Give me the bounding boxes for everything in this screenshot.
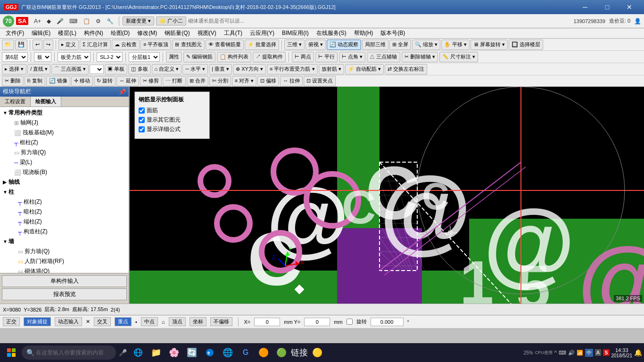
- taskbar-icon-yellow[interactable]: 🟡: [309, 344, 326, 361]
- rotate-input[interactable]: [371, 318, 404, 326]
- tree-group-column[interactable]: ▼ 柱: [1, 187, 128, 197]
- parallel-rebar-button[interactable]: ≡ 平行布置受力筋 ▾: [267, 64, 318, 74]
- menu-edit[interactable]: 编辑(E): [28, 28, 54, 38]
- sound-icon[interactable]: 🔊: [568, 350, 575, 356]
- taskbar-icon-folder[interactable]: 📁: [148, 344, 165, 361]
- sa-icon-mic[interactable]: 🎤: [55, 17, 66, 25]
- menu-modify[interactable]: 修改(M): [133, 28, 161, 38]
- maximize-button[interactable]: □: [596, 0, 618, 14]
- split-button[interactable]: ✄ 分割: [209, 76, 231, 86]
- top-view-button[interactable]: 俯视 ▾: [305, 40, 326, 50]
- midpoint-button[interactable]: 中点: [141, 317, 158, 326]
- cross-button[interactable]: 交叉: [94, 317, 111, 326]
- face-rebar-checkbox[interactable]: [139, 107, 145, 114]
- rebar-check-show-formula[interactable]: 显示详细公式: [139, 125, 206, 133]
- sub-layer-select[interactable]: 分层板1: [129, 52, 160, 62]
- move-button[interactable]: ✛ 移动: [71, 76, 93, 86]
- edit-rebar-button[interactable]: ✎ 编辑钢筋: [183, 52, 215, 62]
- menu-floor[interactable]: 楼层(L): [54, 28, 80, 38]
- open-file-button[interactable]: 📁: [2, 40, 14, 50]
- save-button[interactable]: 💾: [15, 40, 27, 50]
- select-button[interactable]: ▸ 选择 ▾: [2, 64, 26, 74]
- user-icon[interactable]: 👤: [634, 18, 641, 25]
- taskbar-mic-icon[interactable]: 🎤: [117, 347, 129, 358]
- x-coord-input[interactable]: [254, 318, 280, 326]
- menu-cloud[interactable]: 云应用(Y): [246, 28, 278, 38]
- 3d-button[interactable]: 三维 ▾: [284, 40, 305, 50]
- vertex-button[interactable]: 顶点: [169, 317, 186, 326]
- guangfu-button[interactable]: 🌟 广小二: [156, 16, 186, 25]
- dynamic-view-button[interactable]: 🔄 动态观察: [327, 40, 361, 50]
- set-grip-button[interactable]: ⊡ 设置夹点: [304, 76, 336, 86]
- copy-button[interactable]: ⎘ 复制: [25, 76, 45, 86]
- stretch-button[interactable]: ↔ 拉伸: [280, 76, 303, 86]
- tab-project-settings[interactable]: 工程设置: [0, 97, 31, 107]
- component-list-button[interactable]: 📋 构件列表: [217, 52, 251, 62]
- tree-group-axis[interactable]: ▶ 轴线: [1, 177, 128, 187]
- batch-select-button[interactable]: ⚡ 批量选择: [245, 40, 279, 50]
- align-top-button[interactable]: ≡ 平齐板顶: [140, 40, 171, 50]
- taskbar-icon-ie[interactable]: [130, 344, 147, 361]
- notification-icon[interactable]: 🔔: [634, 349, 642, 356]
- auto-rebar-button[interactable]: ⚡ 自动配筋 ▾: [345, 64, 384, 74]
- sa-icon-keyboard[interactable]: ⌨: [67, 17, 79, 25]
- extend-button[interactable]: ↔ 延伸: [116, 76, 139, 86]
- coord-button[interactable]: 坐标: [190, 317, 206, 326]
- minimize-button[interactable]: ─: [574, 0, 596, 14]
- find-element-button[interactable]: ⊞ 查找图元: [172, 40, 204, 50]
- xy-direction-button[interactable]: ⊕ XY方向 ▾: [233, 64, 266, 74]
- tree-item-axis[interactable]: ⊞ 轴网(J): [1, 118, 128, 128]
- three-point-button[interactable]: △ 三点辅轴: [367, 52, 400, 62]
- taskbar-icon-edge[interactable]: e: [201, 344, 218, 361]
- menu-version[interactable]: 版本号(B): [377, 28, 409, 38]
- zoom-button[interactable]: 🔍 缩放 ▾: [412, 40, 440, 50]
- dynamic-input-button[interactable]: 动态输入: [55, 317, 82, 326]
- taskbar-icon-g[interactable]: G: [237, 344, 254, 361]
- tree-item-shear-wall[interactable]: ▭ 剪力墙(Q): [1, 148, 128, 157]
- arc-button[interactable]: ⌒ 三点画弧 ▾: [51, 64, 89, 74]
- offset-button[interactable]: ⊡ 偏移: [257, 76, 279, 86]
- menu-bim[interactable]: BIM应用(I): [278, 28, 313, 38]
- tab-draw-input[interactable]: 绘图输入: [31, 97, 61, 107]
- menu-help[interactable]: 帮助(H): [350, 28, 377, 38]
- start-button[interactable]: [2, 343, 21, 362]
- no-offset-button[interactable]: 不偏移: [210, 317, 232, 326]
- menu-online[interactable]: 在线服务(S): [313, 28, 350, 38]
- rebar-check-show-other[interactable]: 显示其它图元: [139, 116, 206, 124]
- single-component-button[interactable]: 单构件输入: [2, 275, 127, 287]
- component-type-select[interactable]: 板: [34, 52, 51, 62]
- two-point-button[interactable]: ⊢ 两点: [292, 52, 314, 62]
- taskbar-search-input[interactable]: [22, 346, 116, 360]
- dimension-button[interactable]: 📏 尺寸标注 ▾: [439, 52, 478, 62]
- align-button[interactable]: ≡ 对齐 ▾: [232, 76, 257, 86]
- close-button[interactable]: ✕: [619, 0, 640, 14]
- cloud-check-button[interactable]: ☁ 云检查: [112, 40, 140, 50]
- trim-button[interactable]: ✂ 修剪: [140, 76, 162, 86]
- swap-label-button[interactable]: ⇄ 交换左右标注: [385, 64, 427, 74]
- tree-item-frame-col[interactable]: ┬ 框柱(Z): [1, 138, 128, 148]
- extract-component-button[interactable]: ↗ 提取构件: [253, 52, 286, 62]
- tree-item-jlq[interactable]: ▭ 剪力墙(Q): [1, 247, 128, 256]
- sa-icon-clipboard[interactable]: 📋: [81, 17, 92, 25]
- menu-tools[interactable]: 工具(T): [220, 28, 246, 38]
- show-formula-checkbox[interactable]: [139, 126, 145, 132]
- property-button[interactable]: 属性: [166, 52, 182, 62]
- break-button[interactable]: ⋯ 打断: [163, 76, 185, 86]
- tree-item-qtq[interactable]: ▭ 砌体墙(Q): [1, 266, 128, 273]
- tree-item-az[interactable]: ┬ 暗柱(Z): [1, 207, 128, 217]
- tree-group-wall[interactable]: ▼ 墙: [1, 237, 128, 247]
- ortho-button[interactable]: 正交: [3, 317, 20, 326]
- tree-item-raft[interactable]: ⬜ 筏板基础(M): [1, 128, 128, 138]
- shape-select[interactable]: [90, 65, 104, 74]
- screen-rotate-button[interactable]: 🖥 屏幕旋转 ▾: [471, 40, 508, 50]
- merge-button[interactable]: ⊞ 合并: [187, 76, 208, 86]
- panel-pin-icon[interactable]: 📌: [119, 89, 126, 95]
- calc-button[interactable]: Σ 汇总计算: [80, 40, 111, 50]
- taskbar-icon-green[interactable]: 🟢: [273, 344, 290, 361]
- multi-slab-button[interactable]: ◫ 多板: [128, 64, 150, 74]
- tree-item-gcz[interactable]: ┬ 构造柱(Z): [1, 227, 128, 237]
- undo-button[interactable]: ↩: [33, 40, 42, 50]
- delete-axis-button[interactable]: ✂ 删除辅轴 ▾: [402, 52, 438, 62]
- custom-button[interactable]: ⌂ 自定义 ▾: [152, 64, 182, 74]
- line-button[interactable]: / 直线 ▾: [27, 64, 50, 74]
